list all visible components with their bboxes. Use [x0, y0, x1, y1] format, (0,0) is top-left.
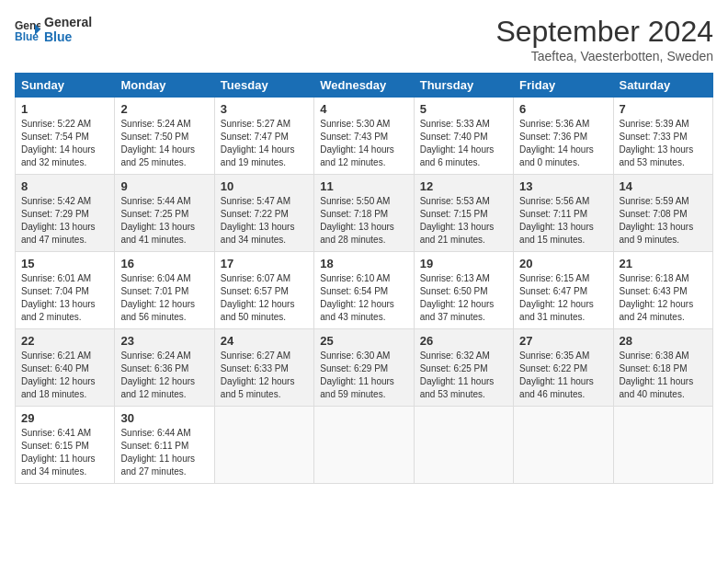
- cell-info: Sunrise: 5:50 AM Sunset: 7:18 PM Dayligh…: [320, 195, 407, 247]
- day-number: 5: [420, 102, 507, 116]
- calendar-cell: [314, 407, 414, 484]
- calendar-cell: 26Sunrise: 6:32 AM Sunset: 6:25 PM Dayli…: [414, 329, 513, 407]
- calendar-cell: 8Sunrise: 5:42 AM Sunset: 7:29 PM Daylig…: [16, 175, 115, 252]
- cell-info: Sunrise: 6:35 AM Sunset: 6:22 PM Dayligh…: [519, 350, 607, 401]
- calendar-cell: 14Sunrise: 5:59 AM Sunset: 7:08 PM Dayli…: [613, 175, 712, 252]
- cell-info: Sunrise: 6:44 AM Sunset: 6:11 PM Dayligh…: [120, 427, 208, 478]
- week-row-4: 22Sunrise: 6:21 AM Sunset: 6:40 PM Dayli…: [16, 329, 713, 407]
- day-number: 27: [519, 334, 607, 348]
- day-number: 6: [519, 102, 607, 116]
- calendar-cell: 13Sunrise: 5:56 AM Sunset: 7:11 PM Dayli…: [514, 175, 613, 252]
- cell-info: Sunrise: 5:22 AM Sunset: 7:54 PM Dayligh…: [21, 118, 108, 169]
- weekday-header-row: SundayMondayTuesdayWednesdayThursdayFrid…: [16, 74, 713, 98]
- calendar-cell: 3Sunrise: 5:27 AM Sunset: 7:47 PM Daylig…: [214, 98, 313, 175]
- day-number: 29: [21, 411, 108, 425]
- weekday-header-thursday: Thursday: [414, 74, 513, 98]
- calendar-cell: 15Sunrise: 6:01 AM Sunset: 7:04 PM Dayli…: [16, 252, 115, 329]
- calendar-cell: 7Sunrise: 5:39 AM Sunset: 7:33 PM Daylig…: [613, 98, 712, 175]
- cell-info: Sunrise: 6:21 AM Sunset: 6:40 PM Dayligh…: [21, 350, 108, 401]
- weekday-header-tuesday: Tuesday: [214, 74, 313, 98]
- page-header: General Blue General Blue September 2024…: [15, 15, 713, 63]
- calendar-cell: 22Sunrise: 6:21 AM Sunset: 6:40 PM Dayli…: [16, 329, 115, 407]
- cell-info: Sunrise: 6:27 AM Sunset: 6:33 PM Dayligh…: [221, 350, 308, 401]
- calendar-cell: 12Sunrise: 5:53 AM Sunset: 7:15 PM Dayli…: [414, 175, 513, 252]
- day-number: 22: [21, 334, 108, 348]
- day-number: 24: [221, 334, 308, 348]
- day-number: 13: [519, 179, 607, 193]
- calendar-subtitle: Taeftea, Vaesterbotten, Sweden: [495, 49, 713, 63]
- cell-info: Sunrise: 6:24 AM Sunset: 6:36 PM Dayligh…: [120, 350, 208, 401]
- calendar-cell: 2Sunrise: 5:24 AM Sunset: 7:50 PM Daylig…: [115, 98, 214, 175]
- cell-info: Sunrise: 6:32 AM Sunset: 6:25 PM Dayligh…: [420, 350, 507, 401]
- cell-info: Sunrise: 6:13 AM Sunset: 6:50 PM Dayligh…: [420, 272, 507, 324]
- weekday-header-sunday: Sunday: [16, 74, 115, 98]
- weekday-header-monday: Monday: [115, 74, 214, 98]
- calendar-cell: 25Sunrise: 6:30 AM Sunset: 6:29 PM Dayli…: [314, 329, 414, 407]
- calendar-cell: 18Sunrise: 6:10 AM Sunset: 6:54 PM Dayli…: [314, 252, 414, 329]
- day-number: 12: [420, 179, 507, 193]
- title-block: September 2024 Taeftea, Vaesterbotten, S…: [495, 15, 713, 63]
- day-number: 21: [620, 257, 707, 270]
- calendar-cell: 5Sunrise: 5:33 AM Sunset: 7:40 PM Daylig…: [414, 98, 513, 175]
- calendar-cell: 17Sunrise: 6:07 AM Sunset: 6:57 PM Dayli…: [214, 252, 313, 329]
- calendar-cell: 30Sunrise: 6:44 AM Sunset: 6:11 PM Dayli…: [115, 407, 214, 484]
- logo-line2: Blue: [44, 29, 92, 44]
- calendar-title: September 2024: [495, 15, 713, 49]
- day-number: 16: [120, 257, 208, 270]
- calendar-cell: [514, 407, 613, 484]
- day-number: 19: [420, 257, 507, 270]
- cell-info: Sunrise: 6:18 AM Sunset: 6:43 PM Dayligh…: [620, 272, 707, 324]
- calendar-cell: 9Sunrise: 5:44 AM Sunset: 7:25 PM Daylig…: [115, 175, 214, 252]
- cell-info: Sunrise: 6:04 AM Sunset: 7:01 PM Dayligh…: [120, 272, 208, 324]
- week-row-2: 8Sunrise: 5:42 AM Sunset: 7:29 PM Daylig…: [16, 175, 713, 252]
- calendar-table: SundayMondayTuesdayWednesdayThursdayFrid…: [15, 73, 713, 484]
- day-number: 9: [120, 179, 208, 193]
- day-number: 11: [320, 179, 407, 193]
- cell-info: Sunrise: 6:10 AM Sunset: 6:54 PM Dayligh…: [320, 272, 407, 324]
- week-row-5: 29Sunrise: 6:41 AM Sunset: 6:15 PM Dayli…: [16, 407, 713, 484]
- cell-info: Sunrise: 5:42 AM Sunset: 7:29 PM Dayligh…: [21, 195, 108, 247]
- cell-info: Sunrise: 6:15 AM Sunset: 6:47 PM Dayligh…: [519, 272, 607, 324]
- day-number: 4: [320, 102, 407, 116]
- cell-info: Sunrise: 6:30 AM Sunset: 6:29 PM Dayligh…: [320, 350, 407, 401]
- cell-info: Sunrise: 5:30 AM Sunset: 7:43 PM Dayligh…: [320, 118, 407, 169]
- calendar-cell: [414, 407, 513, 484]
- calendar-cell: 6Sunrise: 5:36 AM Sunset: 7:36 PM Daylig…: [514, 98, 613, 175]
- week-row-3: 15Sunrise: 6:01 AM Sunset: 7:04 PM Dayli…: [16, 252, 713, 329]
- day-number: 3: [221, 102, 308, 116]
- cell-info: Sunrise: 6:01 AM Sunset: 7:04 PM Dayligh…: [21, 272, 108, 324]
- calendar-cell: [613, 407, 712, 484]
- calendar-cell: 11Sunrise: 5:50 AM Sunset: 7:18 PM Dayli…: [314, 175, 414, 252]
- calendar-cell: 20Sunrise: 6:15 AM Sunset: 6:47 PM Dayli…: [514, 252, 613, 329]
- day-number: 15: [21, 257, 108, 270]
- weekday-header-saturday: Saturday: [613, 74, 712, 98]
- calendar-cell: 21Sunrise: 6:18 AM Sunset: 6:43 PM Dayli…: [613, 252, 712, 329]
- calendar-cell: 24Sunrise: 6:27 AM Sunset: 6:33 PM Dayli…: [214, 329, 313, 407]
- calendar-cell: 27Sunrise: 6:35 AM Sunset: 6:22 PM Dayli…: [514, 329, 613, 407]
- cell-info: Sunrise: 6:41 AM Sunset: 6:15 PM Dayligh…: [21, 427, 108, 478]
- calendar-cell: 19Sunrise: 6:13 AM Sunset: 6:50 PM Dayli…: [414, 252, 513, 329]
- calendar-cell: 1Sunrise: 5:22 AM Sunset: 7:54 PM Daylig…: [16, 98, 115, 175]
- day-number: 23: [120, 334, 208, 348]
- day-number: 18: [320, 257, 407, 270]
- calendar-cell: 23Sunrise: 6:24 AM Sunset: 6:36 PM Dayli…: [115, 329, 214, 407]
- day-number: 28: [620, 334, 707, 348]
- weekday-header-wednesday: Wednesday: [314, 74, 414, 98]
- calendar-cell: 16Sunrise: 6:04 AM Sunset: 7:01 PM Dayli…: [115, 252, 214, 329]
- day-number: 26: [420, 334, 507, 348]
- cell-info: Sunrise: 5:39 AM Sunset: 7:33 PM Dayligh…: [620, 118, 707, 169]
- calendar-cell: [214, 407, 313, 484]
- logo-icon: General Blue: [15, 17, 40, 42]
- cell-info: Sunrise: 6:38 AM Sunset: 6:18 PM Dayligh…: [620, 350, 707, 401]
- calendar-cell: 29Sunrise: 6:41 AM Sunset: 6:15 PM Dayli…: [16, 407, 115, 484]
- day-number: 14: [620, 179, 707, 193]
- day-number: 30: [120, 411, 208, 425]
- day-number: 17: [221, 257, 308, 270]
- calendar-cell: 4Sunrise: 5:30 AM Sunset: 7:43 PM Daylig…: [314, 98, 414, 175]
- calendar-cell: 10Sunrise: 5:47 AM Sunset: 7:22 PM Dayli…: [214, 175, 313, 252]
- weekday-header-friday: Friday: [514, 74, 613, 98]
- cell-info: Sunrise: 5:44 AM Sunset: 7:25 PM Dayligh…: [120, 195, 208, 247]
- cell-info: Sunrise: 5:53 AM Sunset: 7:15 PM Dayligh…: [420, 195, 507, 247]
- cell-info: Sunrise: 6:07 AM Sunset: 6:57 PM Dayligh…: [221, 272, 308, 324]
- cell-info: Sunrise: 5:36 AM Sunset: 7:36 PM Dayligh…: [519, 118, 607, 169]
